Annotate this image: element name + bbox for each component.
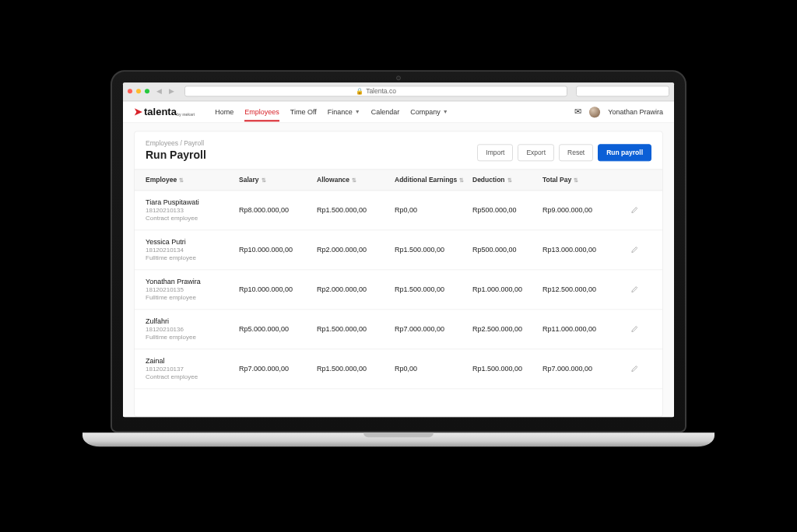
nav-employees[interactable]: Employees [244,103,279,121]
table-row: Tiara Puspitawati18120210133Contract emp… [135,191,662,230]
col-deduction[interactable]: Deduction⇅ [472,176,542,184]
brand-byline: by mekari [177,112,195,117]
sort-icon: ⇅ [574,177,578,183]
cell-allowance: Rp1.500.000,00 [317,325,395,333]
employee-type: Contract employee [146,215,239,222]
cell-salary: Rp10.000.000,00 [239,246,317,254]
nav-finance[interactable]: Finance▼ [328,103,360,121]
window-max-dot[interactable] [145,89,149,93]
import-button[interactable]: Import [477,144,513,161]
back-icon[interactable]: ◀ [156,87,162,95]
cell-total: Rp13.000.000,00 [542,246,620,254]
address-url: Talenta.co [366,87,396,95]
cell-allowance: Rp2.000.000,00 [317,246,395,254]
cell-deduction: Rp500.000,00 [472,206,542,214]
mail-icon[interactable]: ✉ [574,107,581,117]
laptop-bezel: ◀ ▶ 🔒 Talenta.co ➤ talenta by mekari [111,70,686,432]
cell-salary: Rp8.000.000,00 [239,206,317,214]
cell-total: Rp9.000.000,00 [542,206,620,214]
table-row: Yessica Putri18120210134Fulltime employe… [135,230,662,270]
app-header: ➤ talenta by mekari Home Employees Time … [123,101,674,123]
table-header: Employee⇅ Salary⇅ Allowance⇅ Additional … [135,169,662,191]
browser-search[interactable] [576,86,669,96]
cell-additional: Rp1.500.000,00 [395,285,472,293]
run-payroll-button[interactable]: Run payroll [598,144,651,161]
nav-company[interactable]: Company▼ [410,103,448,121]
cell-additional: Rp7.000.000,00 [395,325,472,333]
camera-dot [396,75,401,80]
nav-home[interactable]: Home [215,103,233,121]
payroll-card: Employees / Payroll Run Payroll Import E… [134,131,663,417]
edit-row-button[interactable] [620,245,639,255]
col-salary[interactable]: Salary⇅ [239,176,317,184]
edit-row-button[interactable] [620,324,639,334]
page-body: Employees / Payroll Run Payroll Import E… [123,123,674,417]
main-nav: Home Employees Time Off Finance▼ Calenda… [215,103,448,121]
employee-type: Fulltime employee [146,294,239,301]
avatar[interactable] [589,107,600,117]
lock-icon: 🔒 [356,88,363,95]
cell-deduction: Rp2.500.000,00 [472,325,542,333]
employee-name: Zulfahri [146,317,239,325]
col-additional[interactable]: Additional Earnings⇅ [395,176,472,184]
employee-id: 18120210134 [146,247,239,254]
nav-calendar[interactable]: Calendar [371,103,400,121]
employee-id: 18120210135 [146,286,239,293]
cell-total: Rp7.000.000,00 [542,365,620,373]
table-body: Tiara Puspitawati18120210133Contract emp… [135,191,662,389]
cell-additional: Rp0,00 [395,365,472,373]
reset-button[interactable]: Reset [559,144,593,161]
cell-salary: Rp5.000.000,00 [239,325,317,333]
export-button[interactable]: Export [518,144,554,161]
cell-additional: Rp1.500.000,00 [395,246,472,254]
cell-additional: Rp0,00 [395,206,472,214]
edit-row-button[interactable] [620,364,639,374]
employee-name: Tiara Puspitawati [146,198,239,206]
employee-name: Zainal [146,357,239,365]
laptop-shadow [95,0,702,17]
cell-deduction: Rp500.000,00 [472,246,542,254]
cell-total: Rp12.500.000,00 [542,285,620,293]
employee-id: 18120210136 [146,326,239,333]
brand-logo[interactable]: ➤ talenta by mekari [134,106,195,117]
cell-allowance: Rp2.000.000,00 [317,285,395,293]
window-close-dot[interactable] [128,89,132,93]
table-row: Zainal18120210137Contract employeeRp7.00… [135,349,662,389]
sort-icon: ⇅ [459,177,464,183]
edit-row-button[interactable] [620,285,639,295]
employee-type: Contract employee [146,373,239,380]
screen: ◀ ▶ 🔒 Talenta.co ➤ talenta by mekari [123,82,674,417]
employee-name: Yonathan Prawira [146,278,239,285]
current-user-name[interactable]: Yonathan Prawira [608,108,663,116]
breadcrumb[interactable]: Employees / Payroll [146,139,206,147]
employee-name: Yessica Putri [146,238,239,246]
employee-id: 18120210133 [146,207,239,214]
cell-allowance: Rp1.500.000,00 [317,365,395,373]
laptop-mock: ◀ ▶ 🔒 Talenta.co ➤ talenta by mekari [111,70,686,446]
edit-row-button[interactable] [620,205,639,215]
sort-icon: ⇅ [262,177,266,183]
forward-icon[interactable]: ▶ [169,87,174,95]
employee-type: Fulltime employee [146,254,239,261]
table-row: Yonathan Prawira18120210135Fulltime empl… [135,270,662,310]
laptop-base [83,432,714,446]
window-min-dot[interactable] [136,89,141,93]
cell-deduction: Rp1.000.000,00 [472,285,542,293]
chevron-down-icon: ▼ [443,109,448,114]
sort-icon: ⇅ [352,177,356,183]
employee-id: 18120210137 [146,366,239,373]
col-allowance[interactable]: Allowance⇅ [317,176,395,184]
cell-allowance: Rp1.500.000,00 [317,206,395,214]
nav-time-off[interactable]: Time Off [290,103,317,121]
page-title: Run Payroll [146,149,206,161]
browser-chrome: ◀ ▶ 🔒 Talenta.co [123,82,674,101]
cell-salary: Rp7.000.000,00 [239,365,317,373]
cell-deduction: Rp1.500.000,00 [472,365,542,373]
address-bar[interactable]: 🔒 Talenta.co [184,86,567,96]
cell-total: Rp11.000.000,00 [542,325,620,333]
sort-icon: ⇅ [507,177,512,183]
sort-icon: ⇅ [179,177,184,183]
col-employee[interactable]: Employee⇅ [146,176,239,184]
table-row: Zulfahri18120210136Fulltime employeeRp5.… [135,310,662,349]
col-total[interactable]: Total Pay⇅ [542,176,620,184]
